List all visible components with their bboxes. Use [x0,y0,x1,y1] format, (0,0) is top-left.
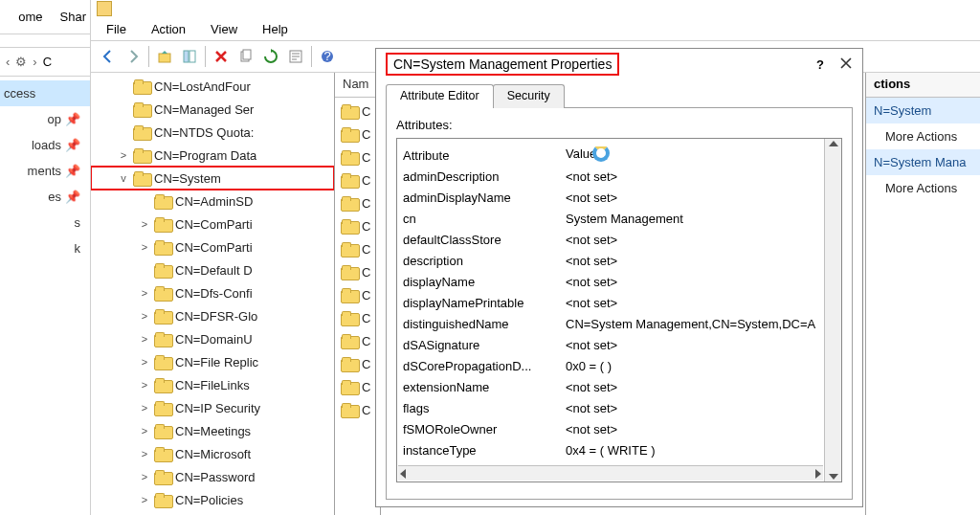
actions-more-2[interactable]: More Actions [866,175,980,201]
list-item[interactable]: C [335,237,380,260]
expander-icon[interactable]: > [139,356,150,368]
list-item[interactable]: C [335,123,380,146]
tree-node[interactable]: >CN=ComParti [91,235,334,258]
list-item[interactable]: C [335,260,380,283]
show-hide-button[interactable] [178,45,201,68]
scroll-left-icon[interactable] [400,469,406,479]
expander-icon[interactable]: > [139,448,150,459]
tree-node[interactable]: >CN=File Replic [91,350,334,373]
tree-node[interactable]: vCN=System [91,167,334,190]
tree-node[interactable]: CN=AdminSD [91,190,334,213]
attribute-row[interactable]: cnSystem Management [403,208,824,229]
quick-access-item[interactable]: loads📌 [0,132,90,158]
list-item[interactable]: C [335,168,380,191]
attribute-row[interactable]: extensionName<not set> [403,376,824,397]
scroll-up-icon[interactable] [829,141,838,146]
expander-icon[interactable]: > [139,402,150,414]
attributes-col-value[interactable]: Value [566,146,824,164]
tree-node[interactable]: CN=Managed Ser [91,98,334,121]
list-item[interactable]: C [335,191,380,214]
expander-icon[interactable]: > [139,287,150,299]
list-item[interactable]: C [335,329,380,352]
attribute-row[interactable]: description<not set> [403,250,824,271]
result-list-pane[interactable]: Nam CCCCCCCCCCCCCC [335,73,381,515]
menu-action[interactable]: Action [151,22,186,36]
tree-node[interactable]: CN=LostAndFour [91,75,334,98]
list-item[interactable]: C [335,375,380,398]
attributes-col-attribute[interactable]: Attribute [403,148,566,163]
attribute-row[interactable]: dSCorePropagationD...0x0 = ( ) [403,355,824,376]
tree-node[interactable]: >CN=Policies [91,488,334,511]
delete-button[interactable] [210,45,233,68]
quick-access-item[interactable]: op📌 [0,106,90,132]
attribute-row[interactable]: fSMORoleOwner<not set> [403,418,824,439]
tab-security[interactable]: Security [493,84,565,108]
list-item[interactable]: C [335,398,380,421]
expander-icon[interactable]: > [139,333,150,345]
expander-icon[interactable]: > [139,218,150,230]
nav-forward-button[interactable] [122,45,145,68]
tree-node[interactable]: >CN=DomainU [91,327,334,350]
tree-pane[interactable]: CN=LostAndFourCN=Managed SerCN=NTDS Quot… [91,73,335,515]
menu-help[interactable]: Help [262,22,288,36]
menu-view[interactable]: View [211,22,237,36]
horizontal-scrollbar[interactable] [398,465,823,481]
vertical-scrollbar[interactable] [824,139,841,481]
list-item[interactable]: C [335,100,380,123]
list-item[interactable]: C [335,306,380,329]
tree-node[interactable]: >CN=Microsoft [91,442,334,465]
export-button[interactable] [284,45,307,68]
nav-back-button[interactable] [97,45,120,68]
explorer-address-bar[interactable]: ‹ ⚙ › C [0,48,90,77]
quick-access-item[interactable]: ccess [0,80,90,106]
list-item[interactable]: C [335,352,380,375]
tree-node[interactable]: >CN=Meetings [91,419,334,442]
up-button[interactable] [153,45,176,68]
tree-node[interactable]: >CN=Password [91,465,334,488]
tree-node[interactable]: CN=Default D [91,258,334,281]
expander-icon[interactable]: > [139,310,150,322]
list-item[interactable]: C [335,214,380,237]
tab-home[interactable]: ome [18,10,42,24]
attribute-row[interactable]: dSASignature<not set> [403,334,824,355]
tree-node[interactable]: >CN=ComParti [91,213,334,235]
expander-icon[interactable]: > [118,149,129,161]
expander-icon[interactable]: v [118,172,129,184]
tab-attribute-editor[interactable]: Attribute Editor [386,84,494,108]
close-icon[interactable] [839,56,853,73]
list-item[interactable]: C [335,283,380,306]
scroll-down-icon[interactable] [829,474,838,480]
tab-share[interactable]: Shar [60,10,86,24]
attribute-row[interactable]: adminDisplayName<not set> [403,187,824,208]
actions-more-1[interactable]: More Actions [866,123,980,149]
expander-icon[interactable]: > [139,494,150,505]
refresh-button[interactable] [259,45,282,68]
copy-button[interactable] [234,45,257,68]
menu-file[interactable]: File [106,22,126,36]
expander-icon[interactable]: > [139,379,150,391]
tree-node[interactable]: CN=NTDS Quota: [91,121,334,144]
attribute-row[interactable]: adminDescription<not set> [403,166,824,187]
attribute-row[interactable]: distinguishedNameCN=System Management,CN… [403,313,824,334]
help-button[interactable]: ? [316,45,339,68]
tree-node[interactable]: >CN=FileLinks [91,373,334,396]
quick-access-item[interactable]: es📌 [0,184,90,210]
quick-access-item[interactable]: s [0,210,90,235]
attribute-row[interactable]: displayName<not set> [403,271,824,292]
quick-access-item[interactable]: ments📌 [0,158,90,184]
attribute-row[interactable]: displayNamePrintable<not set> [403,292,824,313]
tree-node[interactable]: >CN=Dfs-Confi [91,281,334,304]
expander-icon[interactable]: > [139,425,150,437]
tree-node[interactable]: >CN=DFSR-Glo [91,304,334,327]
tree-node[interactable]: >CN=IP Security [91,396,334,419]
quick-access-item[interactable]: k [0,235,90,261]
column-header-name[interactable]: Nam [335,73,380,98]
attribute-row[interactable]: flags<not set> [403,397,824,418]
list-item[interactable]: C [335,146,380,168]
attribute-row[interactable]: instanceType0x4 = ( WRITE ) [403,439,824,460]
attributes-listbox[interactable]: Attribute Value adminDescription<not set… [396,138,842,482]
expander-icon[interactable]: > [139,241,150,253]
tree-node[interactable]: >CN=Program Data [91,144,334,167]
expander-icon[interactable]: > [139,471,150,482]
dialog-help-button[interactable]: ? [816,57,824,72]
